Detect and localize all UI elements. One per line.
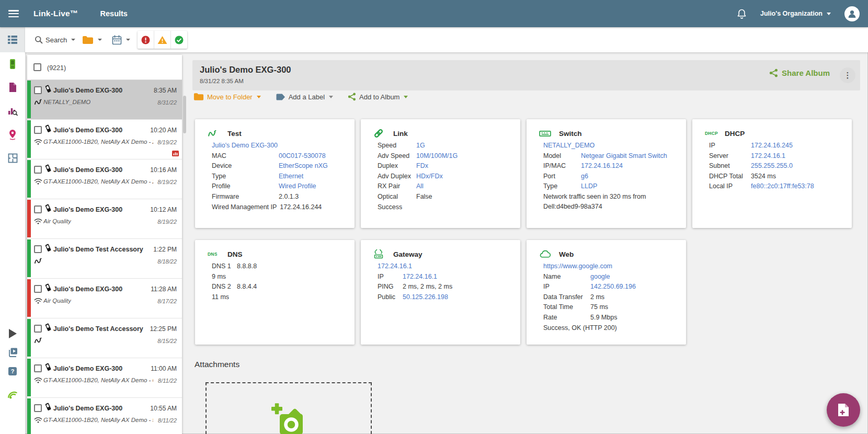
row-value-link[interactable]: 172.24.16.1 [751,151,785,162]
nav-live-status-icon[interactable] [0,383,25,406]
device-icon [44,283,52,292]
result-list-item[interactable]: Julio's Demo EXG-300 11:00 AM GT-AXE1100… [27,358,182,398]
search-label: Search [45,36,67,44]
filter-warning-button[interactable] [154,31,170,49]
row-value-link[interactable]: FDx [416,161,428,172]
row-value-link[interactable]: Ethernet [279,172,303,182]
result-checkbox[interactable] [34,166,42,174]
result-date: 8/19/22 [157,139,177,145]
result-list-item[interactable]: Julio's Demo EXG-300 10:55 AM GT-AXE1100… [27,398,182,434]
result-title: Julio's Demo EXG-300 [53,127,122,134]
move-to-folder-button[interactable]: Move to Folder [193,93,261,101]
card-headline-link[interactable]: 172.24.16.1 [378,261,513,272]
status-bar [27,81,31,118]
result-list-item[interactable]: Julio's Demo EXG-300 10:12 AM Air Qualit… [27,199,182,239]
filter-success-button[interactable] [170,31,187,49]
row-value-link[interactable]: g6 [581,172,588,182]
row-label: DNS 2 [212,282,237,292]
row-value-link[interactable]: Wired Profile [279,181,316,192]
card-headline-link[interactable]: Julio's Demo EXG-300 [212,141,347,151]
result-list-item[interactable]: Julio's Demo EXG-300 10:16 AM GT-AXE1100… [27,159,182,199]
result-title: Julio's Demo EXG-300 [53,166,122,174]
row-value-link[interactable]: HDx/FDx [416,172,443,182]
result-checkbox[interactable] [34,364,42,372]
gateway-card: Gateway 172.24.16.1 IP172.24.16.1PING2 m… [361,240,520,345]
select-all-checkbox[interactable] [33,63,41,71]
nav-support-icon[interactable]: ? [0,360,25,383]
result-checkbox[interactable] [34,285,42,293]
result-list-item[interactable]: Julio's Demo EXG-300 10:20 AM GT-AXE1100… [27,120,182,159]
floor-plan-icon [8,153,18,163]
row-value-link[interactable]: 10M/100M/1G [416,151,458,162]
result-list-item[interactable]: Julio's Demo EXG-300 11:28 AM Air Qualit… [27,279,182,318]
row-value-link[interactable]: google [590,272,610,282]
card-rows: MAC00C017-530078DeviceEtherScope nXGType… [212,151,347,213]
card-row: ModelNetgear Gigabit Smart Switch [543,151,679,162]
nav-units-icon[interactable] [0,52,25,75]
row-value-link[interactable]: 1G [416,141,425,151]
result-checkbox[interactable] [34,205,42,213]
check-circle-icon [175,36,184,44]
result-checkbox[interactable] [34,325,42,333]
detail-actions: Move to Folder Add a Label Add to Album [193,93,408,101]
row-label: IP [378,272,403,282]
result-list-item[interactable]: Julio's Demo EXG-300 8:35 AM NETALLY_DEM… [27,80,182,120]
notifications-bell-icon[interactable] [737,8,747,19]
add-attachment-dropzone[interactable] [205,382,372,434]
list-scrollbar-thumb[interactable] [183,96,186,133]
date-filter-dropdown[interactable] [112,35,130,45]
result-checkbox[interactable] [34,245,42,253]
card-row: Total Time75 ms [543,302,679,313]
organization-selector[interactable]: Julio's Organization [760,10,831,17]
more-options-button[interactable]: ⋮ [840,67,855,83]
result-checkbox[interactable] [34,126,42,134]
row-value-link[interactable]: 255.255.255.0 [751,161,793,172]
filter-failed-button[interactable] [138,31,154,49]
row-value-link[interactable]: 142.250.69.196 [590,282,636,292]
row-value-link[interactable]: fe80::2c0:17ff:fe53:78 [751,181,814,192]
status-filter-group [138,31,187,49]
nav-results-list-icon[interactable] [0,27,25,52]
row-value-link[interactable]: 172.24.16.1 [403,272,437,282]
add-label-button[interactable]: Add a Label [276,93,333,101]
row-value-link[interactable]: Netgear Gigabit Smart Switch [581,151,667,162]
user-avatar[interactable] [844,6,860,21]
result-checkbox[interactable] [34,404,42,412]
create-report-fab[interactable] [827,393,860,427]
card-row: Local IPfe80::2c0:17ff:fe53:78 [709,181,844,192]
card-headline-link[interactable]: NETALLY_DEMO [543,141,679,151]
row-label: IP/MAC [543,161,581,172]
menu-icon[interactable] [8,10,19,17]
card-footer: Success [378,202,512,212]
row-value-link[interactable]: 00C017-530078 [279,151,326,162]
result-checkbox[interactable] [34,86,42,94]
chevron-down-icon [404,96,408,98]
device-icon [44,244,52,252]
row-value-link[interactable]: LLDP [581,181,597,192]
row-label: Server [709,151,751,162]
card-headline-link[interactable]: https://www.google.com [543,261,679,272]
chevron-down-icon [71,39,75,41]
row-value-link[interactable]: 172.24.16.245 [751,141,793,151]
result-list-item[interactable]: Julio's Demo Test Accessory 12:25 PM 8/1… [27,318,182,358]
result-list-item[interactable]: Julio's Demo Test Accessory 1:22 PM 8/18… [27,239,182,279]
chart-badge-icon [172,151,179,156]
nav-analysis-icon[interactable] [0,99,25,122]
folder-filter-dropdown[interactable] [82,36,102,44]
row-value-link[interactable]: 50.125.226.198 [403,292,448,303]
search-dropdown[interactable]: Search [35,36,75,44]
row-label: MAC [212,151,279,162]
row-value-link[interactable]: EtherScope nXG [279,161,328,172]
nav-floor-plans-icon[interactable] [0,146,25,169]
row-value-link[interactable]: 172.24.16.124 [581,161,623,172]
list-header: (9221) [27,55,182,80]
nav-reports-icon[interactable] [0,76,25,99]
card-title: DNS [227,250,243,258]
nav-maps-icon[interactable] [0,123,25,146]
row-label: Firmware [212,192,279,202]
add-to-album-button[interactable]: Add to Album [348,93,408,101]
row-value-link[interactable]: All [416,181,424,192]
share-album-button[interactable]: Share Album [769,68,830,77]
status-bar [27,200,31,237]
cable-test-icon [208,130,216,138]
